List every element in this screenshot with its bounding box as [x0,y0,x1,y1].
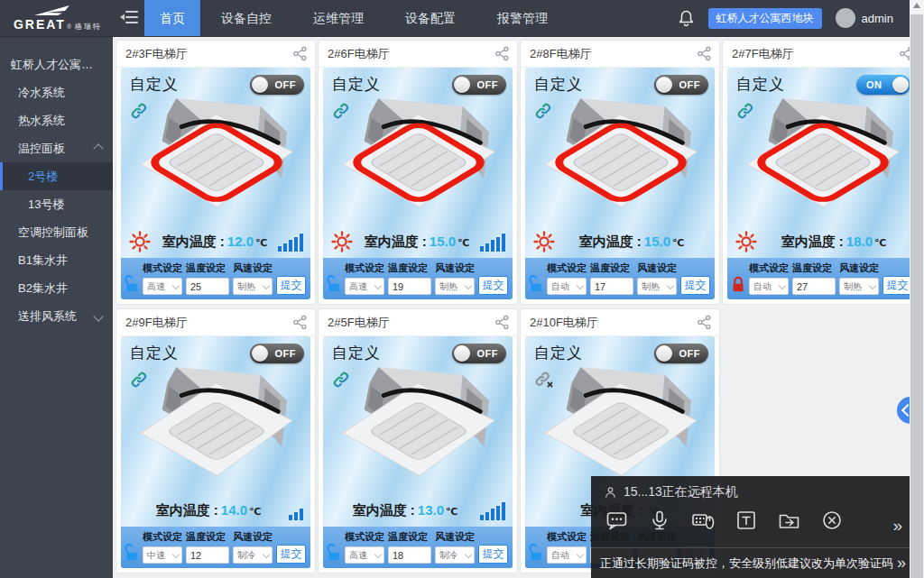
temperature-label: 室内温度 : [579,234,642,249]
text-input-icon[interactable] [735,509,757,531]
temperature-input[interactable] [792,278,836,295]
sidebar-item-6[interactable]: 空调控制面板 [0,218,113,246]
card-header: 2#8F电梯厅 [521,41,719,68]
chevron-down-icon [172,281,180,289]
menu-fold-icon[interactable] [119,7,139,30]
fan-select-value: 制热 [237,280,263,293]
submit-button[interactable]: 提交 [276,545,306,564]
temperature-input[interactable] [388,546,431,564]
share-icon[interactable] [292,46,308,61]
mode-select[interactable]: 自动 [749,278,789,295]
share-icon[interactable] [697,46,712,61]
fan-select[interactable]: 制热 [435,278,475,295]
nav-tab-3[interactable]: 设备配置 [390,0,471,36]
heating-sun-icon [735,230,758,253]
submit-button[interactable]: 提交 [882,276,912,295]
nav-tab-4[interactable]: 报警管理 [482,0,563,36]
sidebar-item-7[interactable]: B1集水井 [0,246,113,274]
lock-toggle[interactable] [125,275,140,294]
lock-toggle[interactable] [327,275,342,294]
ac-cassette-unit-image [126,91,305,229]
share-icon[interactable] [494,46,510,61]
temperature-input[interactable] [590,278,633,295]
mode-select[interactable]: 高速 [345,278,384,295]
sidebar-item-1[interactable]: 冷水系统 [0,78,113,106]
submit-button[interactable]: 提交 [276,276,306,295]
mode-select[interactable]: 中速 [143,546,182,564]
chevron-up-icon [93,143,103,153]
card-title: 2#8F电梯厅 [521,46,592,62]
indoor-temperature: 室内温度 :15.0℃ [354,234,480,251]
sidebar-item-0[interactable]: 虹桥人才公寓西地... [0,50,113,78]
bell-icon[interactable] [678,9,695,27]
chevron-down-icon [779,281,786,289]
fan-select-value: 制热 [844,280,870,293]
nav-tab-1[interactable]: 设备自控 [206,0,287,36]
sidebar-item-label: 送排风系统 [18,308,77,325]
temperature-value: 15.0 [644,234,670,249]
mode-select[interactable]: 高速 [345,546,384,564]
card-title: 2#5F电梯厅 [319,315,390,331]
chevron-down-icon [374,550,382,557]
nav-tab-2[interactable]: 运维管理 [298,0,379,36]
nav-tab-0[interactable]: 首页 [144,0,200,36]
fan-select[interactable]: 制热 [839,278,879,295]
temperature-input[interactable] [186,546,229,564]
logo-text: GREAT [14,17,66,32]
mode-select[interactable]: 自动 [547,546,587,564]
share-icon[interactable] [494,315,510,330]
remote-input-icon[interactable] [691,509,715,531]
submit-button[interactable]: 提交 [478,276,508,295]
person-icon [604,485,617,500]
fan-select[interactable]: 制冷 [233,546,273,564]
chevron-down-icon [465,550,472,557]
scrollbar-thumb[interactable] [910,14,923,578]
remote-control-overlay: 15...13正在远程本机 [591,476,910,578]
share-icon[interactable] [292,315,308,330]
user-menu[interactable]: admin [836,8,893,28]
disconnect-icon[interactable] [821,509,843,531]
ac-cassette-unit-image [733,91,911,229]
fan-select[interactable]: 制热 [233,278,273,295]
lock-toggle[interactable] [731,275,746,294]
warning-expand-icon[interactable]: » [897,554,906,573]
lock-toggle[interactable] [529,275,544,294]
fan-set-label: 风速设定 [233,261,273,275]
brand-logo: GREAT® 格瑞特 [0,0,116,36]
sidebar-item-9[interactable]: 送排风系统 [0,302,113,330]
controls-strip: 模式设定 中速 温度设定 风速设定 制冷 [121,527,310,568]
sidebar-item-2[interactable]: 热水系统 [0,106,113,134]
signal-bars-icon [480,230,505,252]
microphone-icon[interactable] [649,509,670,531]
temperature-input[interactable] [186,278,229,295]
mode-select[interactable]: 高速 [143,278,182,295]
vertical-scrollbar[interactable] [910,0,924,578]
device-panel: 自定义 OFF [323,68,513,299]
share-icon[interactable] [697,315,712,330]
fan-select[interactable]: 制冷 [435,546,475,564]
project-badge[interactable]: 虹桥人才公寓西地块 [708,8,822,29]
device-card: 2#8F电梯厅 自定义 OFF [520,40,720,305]
overlay-expand-icon[interactable]: » [892,516,902,536]
fan-select[interactable]: 制热 [637,278,677,295]
file-transfer-icon[interactable] [778,509,800,531]
sidebar-item-3[interactable]: 温控面板 [0,134,113,162]
temperature-input[interactable] [388,278,431,295]
temperature-value: 15.0 [430,234,456,249]
sidebar-item-8[interactable]: B2集水井 [0,274,113,302]
submit-button[interactable]: 提交 [478,545,508,564]
temperature-row: 室内温度 :15.0℃ [525,225,715,258]
lock-toggle[interactable] [125,544,140,563]
mode-set-label: 模式设定 [749,261,789,275]
fan-select-value: 制冷 [237,549,263,562]
lock-toggle[interactable] [327,544,342,563]
sidebar-item-4[interactable]: 2号楼 [0,162,113,190]
mode-set-label: 模式设定 [547,261,587,275]
lock-toggle[interactable] [529,544,544,563]
sidebar-item-5[interactable]: 13号楼 [0,190,113,218]
mode-select[interactable]: 自动 [547,278,587,295]
lock-open-icon [327,544,342,563]
chat-icon[interactable] [605,509,628,531]
submit-button[interactable]: 提交 [680,276,710,295]
scroll-up-arrow[interactable] [913,3,920,8]
